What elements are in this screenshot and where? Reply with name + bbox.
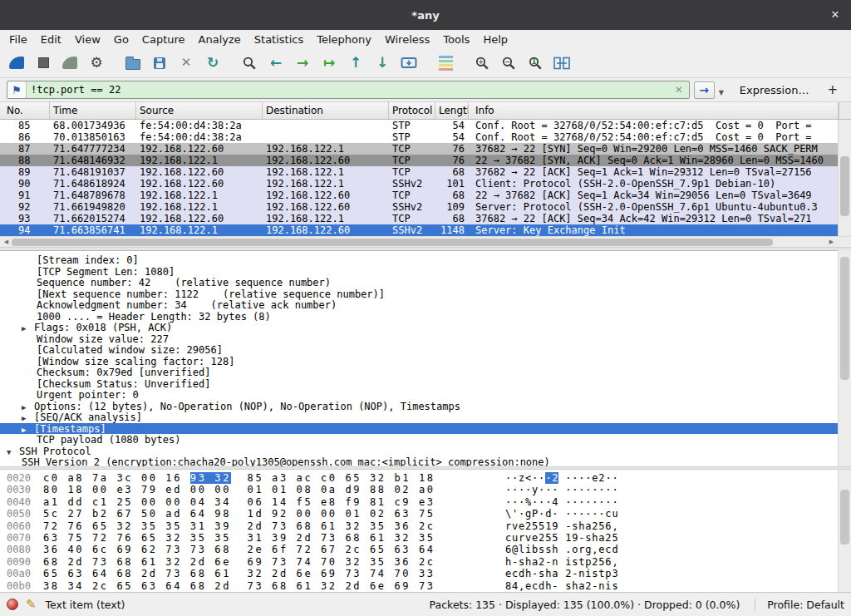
expand-toggle-icon[interactable]: ▶ <box>22 414 34 422</box>
detail-line[interactable]: Checksum: 0x79ed [unverified] <box>0 367 851 378</box>
stop-capture-icon[interactable] <box>30 52 57 75</box>
scrollbar-thumb[interactable] <box>840 257 849 380</box>
hex-row-00a0[interactable]: 00a065 63 64 68 2d 73 68 61 32 2d 6e 69 … <box>0 568 851 579</box>
scrollbar-thumb[interactable] <box>840 156 849 216</box>
save-file-icon[interactable] <box>146 52 173 75</box>
detail-line[interactable]: Acknowledgment number: 34 (relative ack … <box>0 299 851 311</box>
packet-list-horizontal-scrollbar[interactable] <box>0 236 851 247</box>
menu-wireless[interactable]: Wireless <box>378 32 436 47</box>
detail-line[interactable]: [Window size scaling factor: 128] <box>0 356 851 367</box>
detail-line[interactable]: Sequence number: 42 (relative sequence n… <box>0 277 851 288</box>
detail-line[interactable]: [Checksum Status: Unverified] <box>0 378 851 390</box>
find-packet-icon[interactable] <box>236 52 263 75</box>
packet-row-90[interactable]: 9071.648618924192.168.122.60192.168.122.… <box>0 178 838 190</box>
column-header-length[interactable]: Length <box>435 102 469 119</box>
packet-row-93[interactable]: 9371.662015274192.168.122.60192.168.122.… <box>0 213 838 224</box>
detail-line[interactable]: ▼SSH Protocol <box>0 446 851 457</box>
go-forward-icon[interactable]: → <box>289 52 316 75</box>
menu-edit[interactable]: Edit <box>34 32 68 47</box>
expression-button[interactable]: Expression… <box>740 84 809 96</box>
start-capture-icon[interactable] <box>3 52 30 75</box>
hex-row-0080[interactable]: 008036 40 6c 69 62 73 73 68 2e 6f 72 67 … <box>0 544 851 555</box>
menu-view[interactable]: View <box>68 32 107 47</box>
expand-toggle-icon[interactable]: ▶ <box>22 324 34 333</box>
capture-options-icon[interactable]: ⚙ <box>83 52 110 75</box>
expand-toggle-icon[interactable]: ▶ <box>22 426 34 434</box>
detail-line[interactable]: TCP payload (1080 bytes) <box>0 434 851 446</box>
open-file-icon[interactable] <box>120 52 146 75</box>
detail-line[interactable]: Urgent pointer: 0 <box>0 389 851 401</box>
go-last-icon[interactable]: ↓ <box>369 52 396 75</box>
packet-list-vertical-scrollbar[interactable] <box>838 120 851 236</box>
title-bar[interactable]: *any <box>0 0 851 30</box>
packet-row-94[interactable]: 9471.663856741192.168.122.1192.168.122.6… <box>0 224 838 236</box>
zoom-out-icon[interactable]: − <box>495 52 522 75</box>
status-profile[interactable]: Profile: Default <box>755 599 844 611</box>
add-filter-button[interactable]: + <box>822 82 843 97</box>
detail-line[interactable]: 1000 .... = Header Length: 32 bytes (8) <box>0 311 851 323</box>
packet-row-87[interactable]: 8771.647777234192.168.122.60192.168.122.… <box>0 143 838 155</box>
close-window-icon[interactable] <box>829 8 842 22</box>
packet-row-91[interactable]: 9171.648789678192.168.122.1192.168.122.6… <box>0 190 838 201</box>
packet-row-88[interactable]: 8871.648146932192.168.122.1192.168.122.6… <box>0 155 838 166</box>
column-header-source[interactable]: Source <box>136 102 263 119</box>
display-filter-input[interactable]: !tcp.port == 22 <box>7 81 690 99</box>
packet-row-86[interactable]: 8670.013850163fe:54:00:d4:38:2aSTP54Conf… <box>0 131 838 143</box>
column-header-info[interactable]: Info <box>469 102 839 119</box>
bytes-vertical-scrollbar[interactable] <box>838 470 851 592</box>
detail-line[interactable]: SSH Version 2 (encryption:chacha20-poly1… <box>0 456 851 466</box>
reload-icon[interactable]: ↻ <box>199 52 226 75</box>
column-header-destination[interactable]: Destination <box>263 102 389 119</box>
resize-columns-icon[interactable] <box>548 52 575 75</box>
packet-row-92[interactable]: 9271.661949820192.168.122.1192.168.122.6… <box>0 201 838 213</box>
expert-info-icon[interactable] <box>7 599 18 610</box>
hex-row-0050[interactable]: 00505c 27 b2 67 50 ad 64 98 1d 92 00 00 … <box>0 508 851 520</box>
detail-line[interactable]: Window size value: 227 <box>0 333 851 345</box>
go-first-icon[interactable]: ↑ <box>342 52 369 75</box>
menu-telephony[interactable]: Telephony <box>310 32 378 47</box>
detail-line[interactable]: [TCP Segment Len: 1080] <box>0 266 851 278</box>
hex-row-0020[interactable]: 0020c0 a8 7a 3c 00 16 93 32 85 a3 ac c0 … <box>0 472 851 484</box>
menu-statistics[interactable]: Statistics <box>248 32 310 47</box>
expand-toggle-icon[interactable]: ▶ <box>22 403 34 411</box>
hex-row-0060[interactable]: 006072 76 65 32 35 35 31 39 2d 73 68 61 … <box>0 520 851 532</box>
detail-vertical-scrollbar[interactable] <box>838 250 851 466</box>
hex-row-0070[interactable]: 007063 75 72 76 65 32 35 35 31 39 2d 73 … <box>0 532 851 544</box>
detail-line[interactable]: [Calculated window size: 29056] <box>0 344 851 356</box>
packet-row-85[interactable]: 8568.001734936fe:54:00:d4:38:2aSTP54Conf… <box>0 120 838 131</box>
clear-filter-icon[interactable] <box>669 84 689 96</box>
colorize-icon[interactable] <box>432 52 459 75</box>
menu-capture[interactable]: Capture <box>135 32 192 47</box>
menu-analyze[interactable]: Analyze <box>192 32 248 47</box>
column-header-protocol[interactable]: Protocol <box>389 102 435 119</box>
hex-row-0040[interactable]: 0040a1 dd c1 25 00 00 04 34 06 14 f5 e8 … <box>0 496 851 508</box>
go-back-icon[interactable]: ← <box>263 52 289 75</box>
scrollbar-thumb[interactable] <box>12 239 773 246</box>
menu-tools[interactable]: Tools <box>436 32 476 47</box>
zoom-reset-icon[interactable]: 1 <box>522 52 548 75</box>
column-header-no[interactable]: No. <box>0 102 50 119</box>
filter-dropdown-icon[interactable] <box>715 82 728 98</box>
collapse-toggle-icon[interactable]: ▼ <box>7 448 19 456</box>
close-file-icon[interactable]: ✕ <box>173 52 199 75</box>
column-header-time[interactable]: Time <box>50 102 136 119</box>
hex-row-0090[interactable]: 009068 2d 73 68 61 32 2d 6e 69 73 74 70 … <box>0 556 851 568</box>
capture-comment-icon[interactable] <box>26 597 37 612</box>
apply-filter-button[interactable] <box>694 81 715 99</box>
detail-line[interactable]: [Stream index: 0] <box>0 254 851 266</box>
restart-capture-icon[interactable] <box>57 52 83 75</box>
auto-scroll-icon[interactable] <box>396 52 422 75</box>
hex-row-00b0[interactable]: 00b038 34 2c 65 63 64 68 2d 73 68 61 32 … <box>0 580 851 592</box>
packet-row-89[interactable]: 8971.648191037192.168.122.60192.168.122.… <box>0 166 838 178</box>
menu-go[interactable]: Go <box>107 32 135 47</box>
menu-file[interactable]: File <box>2 32 34 47</box>
go-to-packet-icon[interactable]: ↦ <box>316 52 342 75</box>
detail-line[interactable]: [Next sequence number: 1122 (relative se… <box>0 288 851 300</box>
zoom-in-icon[interactable]: + <box>469 52 495 75</box>
scrollbar-thumb[interactable] <box>840 490 849 545</box>
detail-line[interactable]: ▶[Timestamps] <box>0 423 851 435</box>
filter-bookmark-icon[interactable] <box>7 81 27 98</box>
hex-row-0030[interactable]: 003080 18 00 e3 79 ed 00 00 01 01 08 0a … <box>0 484 851 495</box>
detail-line[interactable]: ▶[SEQ/ACK analysis] <box>0 411 851 423</box>
detail-line[interactable]: ▶Flags: 0x018 (PSH, ACK) <box>0 322 851 333</box>
